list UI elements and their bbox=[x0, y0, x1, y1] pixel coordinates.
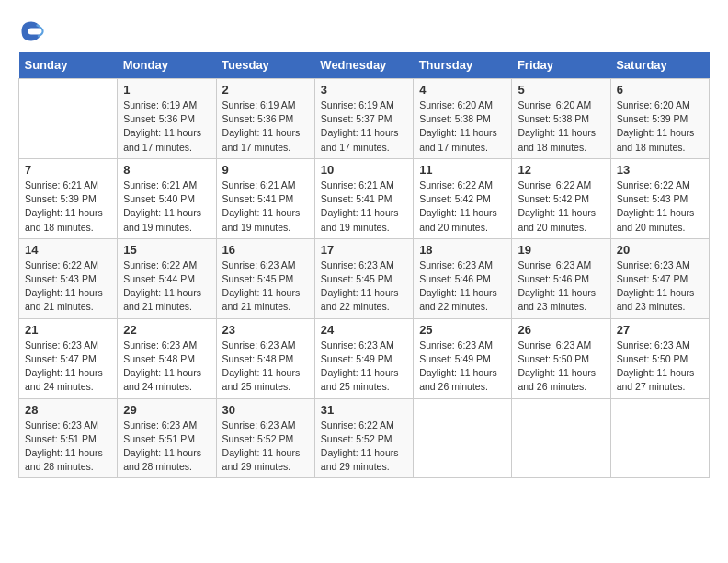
column-header-saturday: Saturday bbox=[610, 52, 709, 79]
logo-icon bbox=[18, 18, 44, 44]
page-header bbox=[18, 18, 710, 44]
day-number: 6 bbox=[617, 83, 703, 97]
week-row-4: 21Sunrise: 6:23 AMSunset: 5:47 PMDayligh… bbox=[19, 318, 710, 398]
day-number: 14 bbox=[25, 243, 111, 257]
day-info: Sunrise: 6:22 AMSunset: 5:43 PMDaylight:… bbox=[25, 259, 111, 315]
day-cell: 19Sunrise: 6:23 AMSunset: 5:46 PMDayligh… bbox=[512, 238, 610, 318]
day-info: Sunrise: 6:23 AMSunset: 5:50 PMDaylight:… bbox=[518, 339, 604, 395]
logo bbox=[18, 18, 48, 44]
day-info: Sunrise: 6:23 AMSunset: 5:50 PMDaylight:… bbox=[617, 339, 703, 395]
day-number: 21 bbox=[25, 323, 111, 337]
day-cell: 16Sunrise: 6:23 AMSunset: 5:45 PMDayligh… bbox=[216, 238, 314, 318]
column-header-sunday: Sunday bbox=[19, 52, 118, 79]
day-number: 22 bbox=[123, 323, 210, 337]
day-number: 19 bbox=[518, 243, 604, 257]
day-cell: 20Sunrise: 6:23 AMSunset: 5:47 PMDayligh… bbox=[610, 238, 709, 318]
day-cell: 21Sunrise: 6:23 AMSunset: 5:47 PMDayligh… bbox=[19, 318, 118, 398]
day-cell: 2Sunrise: 6:19 AMSunset: 5:36 PMDaylight… bbox=[216, 79, 314, 159]
day-number: 16 bbox=[222, 243, 309, 257]
day-cell: 4Sunrise: 6:20 AMSunset: 5:38 PMDaylight… bbox=[414, 79, 512, 159]
day-info: Sunrise: 6:23 AMSunset: 5:47 PMDaylight:… bbox=[617, 259, 703, 315]
column-header-thursday: Thursday bbox=[414, 52, 512, 79]
day-cell: 3Sunrise: 6:19 AMSunset: 5:37 PMDaylight… bbox=[314, 79, 413, 159]
day-cell: 5Sunrise: 6:20 AMSunset: 5:38 PMDaylight… bbox=[512, 79, 610, 159]
day-info: Sunrise: 6:19 AMSunset: 5:36 PMDaylight:… bbox=[222, 98, 309, 155]
day-info: Sunrise: 6:23 AMSunset: 5:51 PMDaylight:… bbox=[25, 419, 111, 475]
day-cell: 10Sunrise: 6:21 AMSunset: 5:41 PMDayligh… bbox=[314, 158, 413, 238]
day-info: Sunrise: 6:23 AMSunset: 5:49 PMDaylight:… bbox=[321, 339, 407, 395]
day-cell: 14Sunrise: 6:22 AMSunset: 5:43 PMDayligh… bbox=[19, 238, 118, 318]
day-cell: 26Sunrise: 6:23 AMSunset: 5:50 PMDayligh… bbox=[512, 318, 610, 398]
week-row-1: 1Sunrise: 6:19 AMSunset: 5:36 PMDaylight… bbox=[19, 79, 710, 159]
day-cell: 23Sunrise: 6:23 AMSunset: 5:48 PMDayligh… bbox=[216, 318, 314, 398]
calendar-table: SundayMondayTuesdayWednesdayThursdayFrid… bbox=[18, 52, 710, 478]
week-row-3: 14Sunrise: 6:22 AMSunset: 5:43 PMDayligh… bbox=[19, 238, 710, 318]
day-info: Sunrise: 6:22 AMSunset: 5:52 PMDaylight:… bbox=[321, 419, 407, 475]
day-info: Sunrise: 6:20 AMSunset: 5:38 PMDaylight:… bbox=[518, 98, 604, 155]
day-number: 10 bbox=[321, 163, 407, 177]
day-cell: 30Sunrise: 6:23 AMSunset: 5:52 PMDayligh… bbox=[216, 398, 314, 478]
day-info: Sunrise: 6:19 AMSunset: 5:37 PMDaylight:… bbox=[321, 98, 407, 155]
day-info: Sunrise: 6:20 AMSunset: 5:39 PMDaylight:… bbox=[617, 98, 703, 155]
day-number: 28 bbox=[25, 403, 111, 417]
day-cell bbox=[19, 79, 118, 159]
day-info: Sunrise: 6:22 AMSunset: 5:43 PMDaylight:… bbox=[617, 178, 703, 235]
day-cell bbox=[414, 398, 512, 478]
day-cell: 11Sunrise: 6:22 AMSunset: 5:42 PMDayligh… bbox=[414, 158, 512, 238]
day-cell: 28Sunrise: 6:23 AMSunset: 5:51 PMDayligh… bbox=[19, 398, 118, 478]
column-header-tuesday: Tuesday bbox=[216, 52, 314, 79]
column-header-friday: Friday bbox=[512, 52, 610, 79]
day-cell: 27Sunrise: 6:23 AMSunset: 5:50 PMDayligh… bbox=[610, 318, 709, 398]
day-number: 2 bbox=[222, 83, 309, 97]
day-number: 8 bbox=[123, 163, 210, 177]
day-cell bbox=[610, 398, 709, 478]
day-number: 11 bbox=[419, 163, 506, 177]
day-number: 20 bbox=[617, 243, 703, 257]
day-info: Sunrise: 6:22 AMSunset: 5:42 PMDaylight:… bbox=[419, 178, 506, 235]
day-cell: 18Sunrise: 6:23 AMSunset: 5:46 PMDayligh… bbox=[414, 238, 512, 318]
day-number: 7 bbox=[25, 163, 111, 177]
day-number: 25 bbox=[419, 323, 506, 337]
day-number: 13 bbox=[617, 163, 703, 177]
day-info: Sunrise: 6:23 AMSunset: 5:45 PMDaylight:… bbox=[321, 259, 407, 315]
day-number: 3 bbox=[321, 83, 407, 97]
day-number: 23 bbox=[222, 323, 309, 337]
day-number: 29 bbox=[123, 403, 210, 417]
day-cell: 25Sunrise: 6:23 AMSunset: 5:49 PMDayligh… bbox=[414, 318, 512, 398]
day-info: Sunrise: 6:23 AMSunset: 5:52 PMDaylight:… bbox=[222, 419, 309, 475]
day-cell bbox=[512, 398, 610, 478]
week-row-5: 28Sunrise: 6:23 AMSunset: 5:51 PMDayligh… bbox=[19, 398, 710, 478]
day-number: 27 bbox=[617, 323, 703, 337]
day-info: Sunrise: 6:19 AMSunset: 5:36 PMDaylight:… bbox=[123, 98, 210, 155]
day-cell: 17Sunrise: 6:23 AMSunset: 5:45 PMDayligh… bbox=[314, 238, 413, 318]
day-number: 18 bbox=[419, 243, 506, 257]
day-number: 9 bbox=[222, 163, 309, 177]
day-info: Sunrise: 6:23 AMSunset: 5:48 PMDaylight:… bbox=[123, 339, 210, 395]
column-header-wednesday: Wednesday bbox=[314, 52, 413, 79]
calendar-header: SundayMondayTuesdayWednesdayThursdayFrid… bbox=[19, 52, 710, 79]
day-info: Sunrise: 6:21 AMSunset: 5:40 PMDaylight:… bbox=[123, 178, 210, 235]
day-number: 26 bbox=[518, 323, 604, 337]
day-cell: 1Sunrise: 6:19 AMSunset: 5:36 PMDaylight… bbox=[118, 79, 216, 159]
day-cell: 31Sunrise: 6:22 AMSunset: 5:52 PMDayligh… bbox=[314, 398, 413, 478]
day-number: 5 bbox=[518, 83, 604, 97]
day-cell: 6Sunrise: 6:20 AMSunset: 5:39 PMDaylight… bbox=[610, 79, 709, 159]
day-number: 15 bbox=[123, 243, 210, 257]
day-info: Sunrise: 6:22 AMSunset: 5:44 PMDaylight:… bbox=[123, 259, 210, 315]
day-info: Sunrise: 6:21 AMSunset: 5:41 PMDaylight:… bbox=[321, 178, 407, 235]
day-number: 24 bbox=[321, 323, 407, 337]
day-cell: 8Sunrise: 6:21 AMSunset: 5:40 PMDaylight… bbox=[118, 158, 216, 238]
column-header-monday: Monday bbox=[118, 52, 216, 79]
day-number: 31 bbox=[321, 403, 407, 417]
day-info: Sunrise: 6:23 AMSunset: 5:47 PMDaylight:… bbox=[25, 339, 111, 395]
day-number: 12 bbox=[518, 163, 604, 177]
day-number: 4 bbox=[419, 83, 506, 97]
day-number: 30 bbox=[222, 403, 309, 417]
day-cell: 24Sunrise: 6:23 AMSunset: 5:49 PMDayligh… bbox=[314, 318, 413, 398]
day-info: Sunrise: 6:21 AMSunset: 5:41 PMDaylight:… bbox=[222, 178, 309, 235]
day-cell: 29Sunrise: 6:23 AMSunset: 5:51 PMDayligh… bbox=[118, 398, 216, 478]
day-number: 17 bbox=[321, 243, 407, 257]
day-cell: 15Sunrise: 6:22 AMSunset: 5:44 PMDayligh… bbox=[118, 238, 216, 318]
day-info: Sunrise: 6:22 AMSunset: 5:42 PMDaylight:… bbox=[518, 178, 604, 235]
day-info: Sunrise: 6:23 AMSunset: 5:45 PMDaylight:… bbox=[222, 259, 309, 315]
